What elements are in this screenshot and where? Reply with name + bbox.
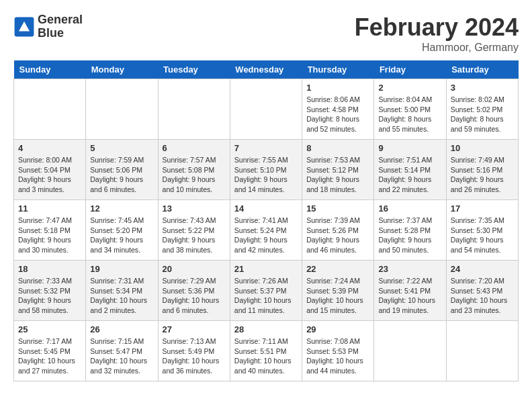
- day-number: 26: [90, 324, 153, 334]
- calendar-cell: 24Sunrise: 7:20 AMSunset: 5:43 PMDayligh…: [446, 261, 518, 321]
- day-number: 4: [18, 143, 81, 153]
- calendar-header-tuesday: Tuesday: [158, 60, 230, 79]
- day-number: 29: [306, 324, 369, 334]
- day-number: 27: [163, 324, 226, 334]
- calendar-cell: 15Sunrise: 7:39 AMSunset: 5:26 PMDayligh…: [302, 200, 374, 261]
- calendar-cell: 5Sunrise: 7:59 AMSunset: 5:06 PMDaylight…: [86, 140, 158, 200]
- logo: General Blue: [13, 13, 83, 40]
- calendar-header-monday: Monday: [86, 60, 158, 79]
- day-number: 28: [234, 324, 298, 334]
- calendar-cell: [86, 79, 158, 140]
- logo-line1: General: [38, 13, 83, 27]
- calendar-cell: 13Sunrise: 7:43 AMSunset: 5:22 PMDayligh…: [158, 200, 230, 261]
- day-info: Sunrise: 7:43 AMSunset: 5:22 PMDaylight:…: [163, 216, 226, 255]
- day-info: Sunrise: 7:29 AMSunset: 5:36 PMDaylight:…: [163, 276, 226, 316]
- day-info: Sunrise: 7:13 AMSunset: 5:49 PMDaylight:…: [163, 336, 226, 376]
- day-number: 2: [378, 83, 441, 93]
- calendar-cell: 3Sunrise: 8:02 AMSunset: 5:02 PMDaylight…: [446, 79, 518, 140]
- day-info: Sunrise: 7:53 AMSunset: 5:12 PMDaylight:…: [306, 155, 369, 195]
- day-number: 24: [451, 264, 514, 274]
- day-info: Sunrise: 7:15 AMSunset: 5:47 PMDaylight:…: [90, 336, 153, 376]
- calendar-week-row: 1Sunrise: 8:06 AMSunset: 4:58 PMDaylight…: [14, 79, 519, 140]
- calendar-cell: 4Sunrise: 8:00 AMSunset: 5:04 PMDaylight…: [14, 140, 86, 200]
- day-number: 8: [306, 143, 369, 153]
- day-number: 13: [163, 203, 226, 214]
- day-number: 20: [163, 264, 226, 274]
- day-number: 19: [90, 264, 153, 274]
- day-number: 18: [18, 264, 81, 274]
- calendar-header-thursday: Thursday: [302, 60, 374, 79]
- day-info: Sunrise: 8:04 AMSunset: 5:00 PMDaylight:…: [378, 95, 441, 134]
- day-number: 6: [163, 143, 226, 153]
- calendar-cell: 1Sunrise: 8:06 AMSunset: 4:58 PMDaylight…: [302, 79, 374, 140]
- calendar-cell: 9Sunrise: 7:51 AMSunset: 5:14 PMDaylight…: [374, 140, 446, 200]
- logo-text: General Blue: [38, 13, 83, 40]
- calendar-cell: 11Sunrise: 7:47 AMSunset: 5:18 PMDayligh…: [14, 200, 86, 261]
- calendar-cell: 19Sunrise: 7:31 AMSunset: 5:34 PMDayligh…: [86, 261, 158, 321]
- calendar-cell: 26Sunrise: 7:15 AMSunset: 5:47 PMDayligh…: [86, 321, 158, 381]
- day-number: 11: [18, 203, 81, 214]
- calendar-cell: 18Sunrise: 7:33 AMSunset: 5:32 PMDayligh…: [14, 261, 86, 321]
- calendar-title: February 2024: [355, 13, 519, 42]
- day-info: Sunrise: 7:51 AMSunset: 5:14 PMDaylight:…: [378, 155, 441, 195]
- logo-line2: Blue: [38, 27, 83, 40]
- day-number: 5: [90, 143, 153, 153]
- page-header: General Blue February 2024 Hammoor, Germ…: [13, 13, 519, 54]
- day-info: Sunrise: 7:08 AMSunset: 5:53 PMDaylight:…: [306, 336, 369, 376]
- calendar-cell: 6Sunrise: 7:57 AMSunset: 5:08 PMDaylight…: [158, 140, 230, 200]
- day-info: Sunrise: 8:06 AMSunset: 4:58 PMDaylight:…: [306, 95, 369, 134]
- day-info: Sunrise: 7:31 AMSunset: 5:34 PMDaylight:…: [90, 276, 153, 316]
- calendar-cell: 14Sunrise: 7:41 AMSunset: 5:24 PMDayligh…: [230, 200, 302, 261]
- calendar-cell: 20Sunrise: 7:29 AMSunset: 5:36 PMDayligh…: [158, 261, 230, 321]
- calendar-cell: 8Sunrise: 7:53 AMSunset: 5:12 PMDaylight…: [302, 140, 374, 200]
- title-area: February 2024 Hammoor, Germany: [355, 13, 519, 54]
- calendar-table: SundayMondayTuesdayWednesdayThursdayFrid…: [13, 60, 519, 381]
- day-number: 12: [90, 203, 153, 214]
- day-info: Sunrise: 7:20 AMSunset: 5:43 PMDaylight:…: [451, 276, 514, 316]
- calendar-cell: 16Sunrise: 7:37 AMSunset: 5:28 PMDayligh…: [374, 200, 446, 261]
- day-number: 1: [306, 83, 369, 93]
- day-info: Sunrise: 7:57 AMSunset: 5:08 PMDaylight:…: [163, 155, 226, 195]
- calendar-cell: 29Sunrise: 7:08 AMSunset: 5:53 PMDayligh…: [302, 321, 374, 381]
- day-info: Sunrise: 7:26 AMSunset: 5:37 PMDaylight:…: [234, 276, 298, 316]
- calendar-cell: 22Sunrise: 7:24 AMSunset: 5:39 PMDayligh…: [302, 261, 374, 321]
- day-info: Sunrise: 7:45 AMSunset: 5:20 PMDaylight:…: [90, 216, 153, 255]
- day-number: 21: [234, 264, 298, 274]
- calendar-week-row: 4Sunrise: 8:00 AMSunset: 5:04 PMDaylight…: [14, 140, 519, 200]
- day-number: 23: [378, 264, 441, 274]
- day-number: 17: [451, 203, 514, 214]
- day-number: 22: [306, 264, 369, 274]
- day-number: 25: [18, 324, 81, 334]
- calendar-cell: [230, 79, 302, 140]
- calendar-header-wednesday: Wednesday: [230, 60, 302, 79]
- calendar-week-row: 18Sunrise: 7:33 AMSunset: 5:32 PMDayligh…: [14, 261, 519, 321]
- day-number: 10: [451, 143, 514, 153]
- day-info: Sunrise: 7:47 AMSunset: 5:18 PMDaylight:…: [18, 216, 81, 255]
- day-info: Sunrise: 7:35 AMSunset: 5:30 PMDaylight:…: [451, 216, 514, 255]
- day-number: 15: [306, 203, 369, 214]
- day-info: Sunrise: 8:02 AMSunset: 5:02 PMDaylight:…: [451, 95, 514, 134]
- day-info: Sunrise: 7:11 AMSunset: 5:51 PMDaylight:…: [234, 336, 298, 376]
- day-info: Sunrise: 7:24 AMSunset: 5:39 PMDaylight:…: [306, 276, 369, 316]
- day-info: Sunrise: 7:49 AMSunset: 5:16 PMDaylight:…: [451, 155, 514, 195]
- day-info: Sunrise: 7:37 AMSunset: 5:28 PMDaylight:…: [378, 216, 441, 255]
- day-info: Sunrise: 8:00 AMSunset: 5:04 PMDaylight:…: [18, 155, 81, 195]
- day-number: 3: [451, 83, 514, 93]
- day-number: 16: [378, 203, 441, 214]
- calendar-week-row: 11Sunrise: 7:47 AMSunset: 5:18 PMDayligh…: [14, 200, 519, 261]
- calendar-header-sunday: Sunday: [14, 60, 86, 79]
- calendar-cell: 2Sunrise: 8:04 AMSunset: 5:00 PMDaylight…: [374, 79, 446, 140]
- calendar-cell: [14, 79, 86, 140]
- calendar-subtitle: Hammoor, Germany: [355, 42, 519, 54]
- day-number: 14: [234, 203, 298, 214]
- calendar-cell: [158, 79, 230, 140]
- day-info: Sunrise: 7:41 AMSunset: 5:24 PMDaylight:…: [234, 216, 298, 255]
- calendar-cell: 25Sunrise: 7:17 AMSunset: 5:45 PMDayligh…: [14, 321, 86, 381]
- calendar-cell: 10Sunrise: 7:49 AMSunset: 5:16 PMDayligh…: [446, 140, 518, 200]
- calendar-week-row: 25Sunrise: 7:17 AMSunset: 5:45 PMDayligh…: [14, 321, 519, 381]
- logo-icon: [13, 16, 35, 38]
- calendar-cell: 21Sunrise: 7:26 AMSunset: 5:37 PMDayligh…: [230, 261, 302, 321]
- calendar-header-saturday: Saturday: [446, 60, 518, 79]
- calendar-cell: 27Sunrise: 7:13 AMSunset: 5:49 PMDayligh…: [158, 321, 230, 381]
- calendar-header-friday: Friday: [374, 60, 446, 79]
